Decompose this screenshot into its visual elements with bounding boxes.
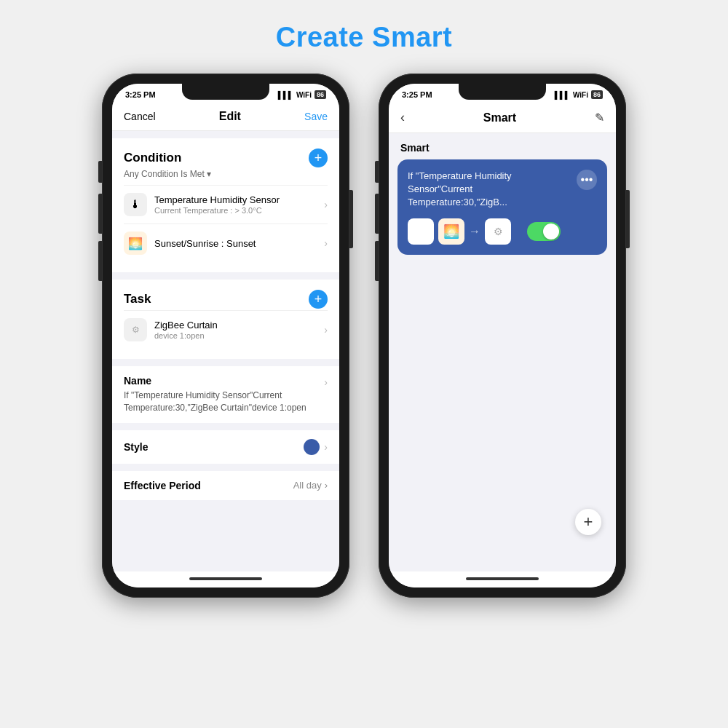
period-value: All day (293, 480, 322, 491)
more-options-button[interactable]: ••• (577, 170, 597, 190)
side-btn-vol-up (98, 194, 102, 234)
notch-left (182, 84, 269, 100)
chevron-right-icon-3: › (324, 324, 328, 336)
condition-item-sunset[interactable]: 🌅 Sunset/Sunrise : Sunset › (124, 223, 328, 262)
chevron-right-icon-6: › (325, 480, 328, 491)
zigbee-sub: device 1:open (154, 331, 324, 340)
period-right: All day › (293, 480, 328, 491)
smart-toggle[interactable] (527, 222, 561, 241)
style-right: › (304, 439, 328, 455)
arrow-icon: → (469, 225, 480, 238)
style-label: Style (124, 441, 148, 453)
chevron-right-icon-4: › (324, 376, 328, 388)
temp-sensor-sub: Current Temperature : > 3.0°C (154, 206, 324, 215)
status-icons-left: ▌▌▌ WiFi 86 (278, 90, 326, 99)
style-section[interactable]: Style › (112, 430, 339, 464)
temp-sensor-name: Temperature Humidity Sensor (154, 194, 324, 205)
condition-item-temp-text: Temperature Humidity Sensor Current Temp… (154, 194, 324, 215)
chevron-right-icon: › (324, 199, 328, 210)
edit-icon-button[interactable]: ✎ (595, 111, 604, 124)
zigbee-icon: ⚙ (124, 318, 147, 341)
more-dots-icon: ••• (581, 173, 593, 186)
wifi-icon-right: WiFi (573, 91, 588, 99)
smart-nav-title: Smart (483, 111, 516, 124)
name-value: If "Temperature Humidity Sensor"Current … (124, 389, 324, 414)
phone-right-screen: 3:25 PM ▌▌▌ WiFi 86 ‹ Smart ✎ Smart (389, 84, 616, 587)
condition-item-sunset-text: Sunset/Sunrise : Sunset (154, 238, 324, 249)
add-condition-button[interactable]: + (309, 149, 328, 167)
phone-right: 3:25 PM ▌▌▌ WiFi 86 ‹ Smart ✎ Smart (379, 74, 626, 598)
condition-header: Condition + (124, 149, 328, 167)
card-icon-sunset: 🌅 (438, 218, 464, 245)
home-bar-left (189, 577, 262, 580)
side-btn-power-right (626, 190, 630, 248)
signal-icon-right: ▌▌▌ (555, 91, 570, 99)
chevron-right-icon-2: › (324, 237, 328, 249)
condition-section: Condition + Any Condition Is Met ▾ 🌡 Tem… (112, 138, 339, 272)
condition-item-temp[interactable]: 🌡 Temperature Humidity Sensor Current Te… (124, 185, 328, 223)
add-task-button[interactable]: + (309, 290, 328, 309)
side-btn-power-left (349, 190, 353, 248)
smart-section-label: Smart (389, 133, 616, 159)
left-content: Condition + Any Condition Is Met ▾ 🌡 Tem… (112, 131, 339, 571)
task-item-zigbee-text: ZigBee Curtain device 1:open (154, 320, 324, 340)
sunset-icon: 🌅 (124, 232, 147, 255)
edit-nav-title: Edit (219, 110, 241, 123)
side-btn-vol-down-right (375, 241, 379, 281)
phone-left-screen: 3:25 PM ▌▌▌ WiFi 86 Cancel Edit Save Con… (112, 84, 339, 587)
home-bar-right (466, 577, 539, 580)
battery-badge-right: 86 (591, 90, 603, 99)
smart-card-header: If "Temperature Humidity Sensor"Current … (408, 170, 597, 210)
condition-subtitle[interactable]: Any Condition Is Met ▾ (124, 169, 328, 179)
signal-icon: ▌▌▌ (278, 91, 293, 99)
notch-right (459, 84, 546, 100)
chevron-right-icon-5: › (324, 441, 328, 453)
period-label: Effective Period (124, 480, 201, 491)
status-time-right: 3:25 PM (402, 90, 432, 99)
card-icon-zigbee: ⚙ (485, 218, 511, 245)
sunset-name: Sunset/Sunrise : Sunset (154, 238, 324, 249)
nav-bar-right: ‹ Smart ✎ (389, 104, 616, 133)
wifi-icon: WiFi (296, 91, 312, 99)
side-btn-vol-down (98, 241, 102, 281)
side-btn-mute (98, 161, 102, 183)
save-button[interactable]: Save (304, 111, 328, 122)
name-row: Name If "Temperature Humidity Sensor"Cur… (124, 375, 328, 414)
smart-card-icons: 🌡 🌅 → ⚙ (408, 218, 597, 245)
name-section[interactable]: Name If "Temperature Humidity Sensor"Cur… (112, 366, 339, 423)
effective-period-section[interactable]: Effective Period All day › (112, 471, 339, 500)
right-content: Smart If "Temperature Humidity Sensor"Cu… (389, 133, 616, 571)
task-header: Task + (124, 290, 328, 309)
add-smart-button[interactable]: + (575, 509, 601, 535)
phones-container: 3:25 PM ▌▌▌ WiFi 86 Cancel Edit Save Con… (102, 74, 626, 598)
side-btn-vol-up-right (375, 194, 379, 234)
phone-left: 3:25 PM ▌▌▌ WiFi 86 Cancel Edit Save Con… (102, 74, 349, 598)
cancel-button[interactable]: Cancel (124, 111, 156, 122)
style-color-dot (304, 439, 320, 455)
temp-sensor-icon: 🌡 (124, 193, 147, 216)
name-label: Name (124, 375, 324, 387)
smart-card[interactable]: If "Temperature Humidity Sensor"Current … (397, 159, 607, 255)
smart-card-title: If "Temperature Humidity Sensor"Current … (408, 170, 577, 210)
home-indicator-left (112, 571, 339, 587)
condition-title: Condition (124, 151, 181, 165)
status-time-left: 3:25 PM (125, 90, 156, 99)
task-section: Task + ⚙ ZigBee Curtain device 1:open › (112, 280, 339, 359)
card-icon-temp: 🌡 (408, 218, 434, 245)
side-btn-mute-right (375, 161, 379, 183)
task-item-zigbee[interactable]: ⚙ ZigBee Curtain device 1:open › (124, 310, 328, 349)
task-title: Task (124, 292, 151, 306)
page-title: Create Smart (276, 22, 453, 53)
zigbee-name: ZigBee Curtain (154, 320, 324, 331)
home-indicator-right (389, 571, 616, 587)
status-icons-right: ▌▌▌ WiFi 86 (555, 90, 603, 99)
nav-bar-left: Cancel Edit Save (112, 104, 339, 131)
back-button[interactable]: ‹ (400, 110, 405, 125)
battery-badge: 86 (314, 90, 326, 99)
